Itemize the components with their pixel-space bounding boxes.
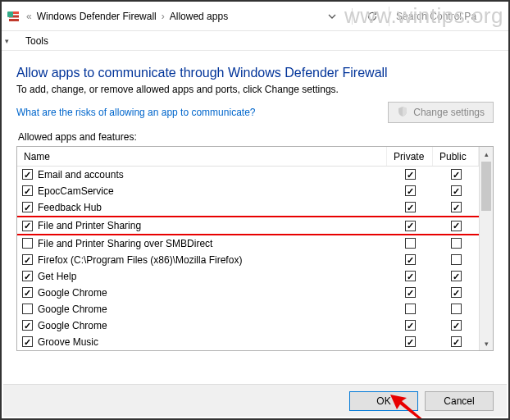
- cancel-button[interactable]: Cancel: [425, 391, 494, 411]
- cell-name: Groove Music: [22, 336, 387, 348]
- breadcrumb-item-firewall[interactable]: Windows Defender Firewall: [37, 11, 157, 22]
- row-label: Email and accounts: [38, 169, 124, 180]
- row-label: Google Chrome: [38, 304, 107, 315]
- table-row[interactable]: Google Chrome: [17, 285, 479, 301]
- public-checkbox[interactable]: [451, 254, 462, 265]
- cell-private: [387, 320, 433, 331]
- cell-private: [387, 336, 433, 347]
- public-checkbox[interactable]: [451, 169, 462, 180]
- menu-tools[interactable]: Tools: [22, 34, 52, 48]
- table-header: Name Private Public: [17, 147, 479, 167]
- change-settings-button[interactable]: Change settings: [388, 102, 494, 123]
- row-enable-checkbox[interactable]: [22, 320, 33, 331]
- column-header-public[interactable]: Public: [433, 147, 479, 166]
- svg-rect-0: [7, 11, 13, 17]
- cell-name: Google Chrome: [22, 320, 387, 331]
- table-row[interactable]: File and Printer Sharing: [17, 216, 479, 235]
- row-enable-checkbox[interactable]: [22, 271, 33, 281]
- private-checkbox[interactable]: [405, 238, 416, 249]
- row-enable-checkbox[interactable]: [22, 304, 33, 314]
- row-label: File and Printer Sharing: [38, 220, 141, 231]
- row-enable-checkbox[interactable]: [22, 238, 33, 249]
- cell-name: Google Chrome: [22, 304, 387, 315]
- column-header-name[interactable]: Name: [17, 147, 387, 166]
- table-row[interactable]: Google Chrome: [17, 317, 479, 334]
- cell-name: File and Printer Sharing: [22, 220, 387, 231]
- cell-private: [387, 185, 433, 196]
- private-checkbox[interactable]: [405, 202, 416, 212]
- page-subtitle: To add, change, or remove allowed apps a…: [16, 84, 494, 95]
- private-checkbox[interactable]: [405, 304, 416, 314]
- cell-public: [433, 169, 479, 180]
- private-checkbox[interactable]: [405, 254, 416, 265]
- cell-public: [433, 336, 479, 347]
- table-body: Email and accountsEpocCamServiceFeedback…: [17, 167, 479, 350]
- private-checkbox[interactable]: [405, 336, 416, 347]
- scroll-track[interactable]: [480, 212, 493, 336]
- table-row[interactable]: Google Chrome: [17, 301, 479, 317]
- menu-indicator-icon: ▾: [5, 37, 9, 45]
- cell-name: Get Help: [22, 271, 387, 282]
- cell-public: [433, 271, 479, 281]
- public-checkbox[interactable]: [451, 202, 462, 212]
- table-row[interactable]: Get Help: [17, 268, 479, 285]
- main-content: Allow apps to communicate through Window…: [2, 51, 508, 358]
- private-checkbox[interactable]: [405, 320, 416, 331]
- vertical-scrollbar[interactable]: ▴ ▾: [479, 147, 493, 350]
- table-row[interactable]: File and Printer Sharing over SMBDirect: [17, 235, 479, 252]
- cell-name: File and Printer Sharing over SMBDirect: [22, 238, 387, 249]
- column-header-private[interactable]: Private: [387, 147, 433, 166]
- row-enable-checkbox[interactable]: [22, 185, 33, 196]
- private-checkbox[interactable]: [405, 221, 416, 231]
- cell-private: [387, 221, 433, 231]
- row-enable-checkbox[interactable]: [22, 287, 33, 298]
- dialog-footer: OK Cancel: [3, 384, 507, 417]
- cell-public: [433, 185, 479, 196]
- public-checkbox[interactable]: [451, 287, 462, 298]
- row-enable-checkbox[interactable]: [22, 254, 33, 265]
- public-checkbox[interactable]: [451, 238, 462, 249]
- row-enable-checkbox[interactable]: [22, 202, 33, 212]
- change-settings-label: Change settings: [413, 107, 485, 118]
- row-enable-checkbox[interactable]: [22, 336, 33, 347]
- cell-name: Google Chrome: [22, 287, 387, 299]
- public-checkbox[interactable]: [451, 185, 462, 196]
- row-label: File and Printer Sharing over SMBDirect: [38, 238, 212, 249]
- table-row[interactable]: Email and accounts: [17, 167, 479, 183]
- row-enable-checkbox[interactable]: [22, 221, 33, 231]
- cell-private: [387, 287, 433, 298]
- cell-public: [433, 254, 479, 265]
- breadcrumb[interactable]: « Windows Defender Firewall › Allowed ap…: [26, 11, 316, 22]
- allowed-apps-table: Name Private Public Email and accountsEp…: [16, 146, 494, 351]
- shield-icon: [397, 106, 408, 120]
- row-label: Firefox (C:\Program Files (x86)\Mozilla …: [38, 254, 242, 266]
- public-checkbox[interactable]: [451, 304, 462, 314]
- table-row[interactable]: EpocCamService: [17, 183, 479, 199]
- table-row[interactable]: Groove Music: [17, 334, 479, 350]
- public-checkbox[interactable]: [451, 336, 462, 347]
- page-title: Allow apps to communicate through Window…: [16, 66, 494, 80]
- risks-link[interactable]: What are the risks of allowing an app to…: [16, 107, 381, 118]
- public-checkbox[interactable]: [451, 221, 462, 231]
- public-checkbox[interactable]: [451, 320, 462, 331]
- public-checkbox[interactable]: [451, 271, 462, 281]
- private-checkbox[interactable]: [405, 169, 416, 180]
- cell-public: [433, 304, 479, 314]
- breadcrumb-item-allowed-apps[interactable]: Allowed apps: [170, 11, 228, 22]
- table-row[interactable]: Firefox (C:\Program Files (x86)\Mozilla …: [17, 252, 479, 268]
- private-checkbox[interactable]: [405, 185, 416, 196]
- scroll-thumb[interactable]: [481, 162, 491, 211]
- cell-private: [387, 271, 433, 281]
- private-checkbox[interactable]: [405, 271, 416, 281]
- dropdown-button[interactable]: [321, 7, 344, 26]
- row-label: Google Chrome: [38, 320, 107, 331]
- private-checkbox[interactable]: [405, 287, 416, 298]
- scroll-down-button[interactable]: ▾: [480, 336, 493, 350]
- cell-public: [433, 238, 479, 249]
- firewall-icon: [7, 9, 21, 24]
- cell-public: [433, 320, 479, 331]
- row-enable-checkbox[interactable]: [22, 169, 33, 180]
- table-row[interactable]: Feedback Hub: [17, 199, 479, 216]
- cell-name: Firefox (C:\Program Files (x86)\Mozilla …: [22, 254, 387, 266]
- scroll-up-button[interactable]: ▴: [480, 147, 493, 161]
